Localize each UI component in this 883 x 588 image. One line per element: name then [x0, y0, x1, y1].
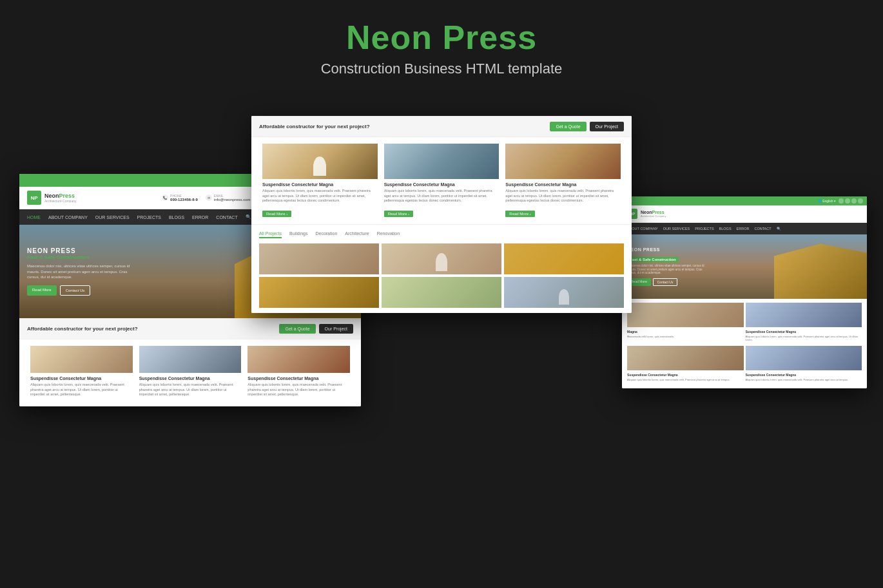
- hero-description: Maecenas dolor nisi, ultrices vitae ultr…: [27, 263, 130, 280]
- hero-contact-button[interactable]: Contact Us: [60, 285, 91, 296]
- right-card-image-4[interactable]: [746, 346, 862, 370]
- screenshots-area: Affordable constructor for your next pro…: [0, 97, 883, 586]
- nav-blogs[interactable]: BLOGS: [169, 215, 184, 220]
- hero-buttons: Read More Contact Us: [27, 285, 130, 296]
- project-thumb-4[interactable]: [259, 277, 379, 308]
- right-card-item-3: Suspendisse Consectetur Magna Aliquam qu…: [627, 346, 744, 384]
- right-cards-section: Magna Maecenada velit lorem, quis maecen…: [622, 299, 867, 388]
- site-logo: NP NeonPress Architecture Company: [27, 191, 76, 205]
- left-service-text-3: Aliquam quis lobortis lorem, quis maecen…: [247, 383, 350, 397]
- right-social-gp[interactable]: [851, 198, 857, 204]
- left-service-text-2: Aliquam quis lobortis lorem, quis maecen…: [139, 383, 242, 397]
- nav-contact[interactable]: CONTACT: [216, 215, 237, 220]
- left-service-1: Suspendisse Consectetur Magna Aliquam qu…: [27, 346, 136, 400]
- nav-services[interactable]: OUR SERVICES: [95, 215, 130, 220]
- our-project-button[interactable]: Our Project: [590, 122, 624, 131]
- right-card-image-1[interactable]: [627, 303, 744, 327]
- left-cta-text: Affordable constructor for your next pro…: [27, 326, 138, 332]
- hero-readmore-button[interactable]: Read More: [27, 285, 57, 296]
- right-hero-content: NEON PRESS Fast & Safe Construction Maec…: [627, 247, 711, 287]
- right-topbar: 🌐 English ▾: [622, 196, 867, 205]
- service-card-1: Suspendisse Consectetur Magna Aliquam qu…: [259, 144, 381, 218]
- cta-bar-center: Affordable constructor for your next pro…: [251, 116, 632, 137]
- right-logo-text: NeonPress Architecture Company: [641, 210, 666, 218]
- right-card-image-3[interactable]: [627, 346, 744, 370]
- right-card-text-1: Maecenada velit lorem, quis maecenada.: [627, 335, 744, 338]
- right-nav-blogs[interactable]: BLOGS: [719, 227, 732, 231]
- right-hero-title: NEON PRESS: [627, 247, 711, 252]
- project-thumb-1[interactable]: [259, 243, 379, 274]
- left-service-title-2: Suspendisse Consectetur Magna: [139, 376, 242, 381]
- project-thumb-2[interactable]: [382, 243, 501, 274]
- nav-about[interactable]: ABOUT COMPANY: [48, 215, 88, 220]
- phone-info: 📞 PHONE 000-123456-8-9: [162, 194, 198, 202]
- right-nav-contact[interactable]: CONTACT: [754, 227, 771, 231]
- project-thumb-3[interactable]: [504, 243, 624, 274]
- right-nav-error[interactable]: ERROR: [737, 227, 750, 231]
- filter-buildings[interactable]: Buildings: [289, 231, 307, 238]
- left-service-title-3: Suspendisse Consectetur Magna: [247, 376, 350, 381]
- left-service-title-1: Suspendisse Consectetur Magna: [30, 376, 133, 381]
- right-card-text-2: Aliquam quis lobortis lorem, quis maecen…: [746, 335, 862, 341]
- cta-text: Affordable constructor for your next pro…: [259, 124, 370, 129]
- left-project-button[interactable]: Our Project: [319, 324, 353, 334]
- nav-error[interactable]: ERROR: [192, 215, 208, 220]
- right-site-header: NP NeonPress Architecture Company: [622, 205, 867, 223]
- logo-box: NP: [27, 191, 41, 205]
- right-hero-desc: Maecenas dolor nisi, ultrices vitae ultr…: [627, 264, 711, 276]
- right-nav: ABOUT COMPANY OUR SERVICES PROJECTS BLOG…: [622, 223, 867, 234]
- right-social-tw[interactable]: [845, 198, 850, 204]
- right-hero: NEON PRESS Fast & Safe Construction Maec…: [622, 234, 867, 299]
- right-card-title-3: Suspendisse Consectetur Magna: [627, 373, 744, 377]
- cta-buttons: Get a Quote Our Project: [550, 122, 624, 131]
- hero-tagline: Fast & Safe Construction: [27, 254, 130, 260]
- right-contact-button[interactable]: Contact Us: [653, 278, 678, 286]
- left-quote-button[interactable]: Get a Quote: [279, 324, 315, 334]
- screenshot-center: Affordable constructor for your next pro…: [251, 116, 632, 313]
- right-card-info-3: Suspendisse Consectetur Magna Aliquam qu…: [627, 370, 744, 384]
- header-section: Neon Press Construction Business HTML te…: [0, 0, 883, 90]
- service-title-2: Suspendisse Consectetur Magna: [384, 182, 500, 187]
- project-thumb-5[interactable]: [382, 277, 501, 308]
- services-section: Suspendisse Consectetur Magna Aliquam qu…: [251, 137, 632, 224]
- hero-content: NEON PRESS Fast & Safe Construction Maec…: [27, 247, 130, 295]
- projects-filter: All Projects Buildings Decoration Archit…: [251, 224, 632, 243]
- service-readmore-3[interactable]: Read More ›: [505, 211, 534, 217]
- page-title: Neon Press: [0, 18, 883, 57]
- right-social-li[interactable]: [858, 198, 863, 204]
- filter-renovation[interactable]: Renovation: [377, 231, 400, 238]
- right-language: 🌐 English ▾: [818, 199, 836, 203]
- right-social-fb[interactable]: [839, 198, 844, 204]
- left-service-img-3: [247, 346, 350, 373]
- service-card-2: Suspendisse Consectetur Magna Aliquam qu…: [381, 144, 503, 218]
- nav-projects[interactable]: PROJECTS: [137, 215, 161, 220]
- left-service-img-2: [139, 346, 242, 373]
- service-readmore-1[interactable]: Read More ›: [262, 211, 291, 217]
- logo-text: NeonPress Architecture Company: [44, 193, 76, 203]
- filter-all[interactable]: All Projects: [259, 231, 282, 238]
- right-nav-about[interactable]: ABOUT COMPANY: [627, 227, 658, 231]
- right-nav-projects[interactable]: PROJECTS: [695, 227, 713, 231]
- right-card-text-4: Aliquam quis lobortis lorem, quis maecen…: [746, 378, 862, 381]
- right-card-item-4: Suspendisse Consectetur Magna Aliquam qu…: [746, 346, 862, 384]
- right-card-text-3: Aliquam quis lobortis lorem, quis maecen…: [627, 378, 744, 381]
- filter-decoration[interactable]: Decoration: [315, 231, 337, 238]
- email-icon: ✉: [206, 194, 212, 201]
- nav-search[interactable]: 🔍: [246, 214, 251, 220]
- left-service-img-1: [30, 346, 133, 373]
- right-card-title-4: Suspendisse Consectetur Magna: [746, 373, 862, 377]
- project-thumb-6[interactable]: [504, 277, 624, 308]
- right-card-image-2[interactable]: [746, 303, 862, 327]
- service-text-2: Aliquam quis lobortis lorem, quis maecen…: [384, 189, 500, 204]
- right-nav-services[interactable]: OUR SERVICES: [663, 227, 690, 231]
- service-text-3: Aliquam quis lobortis lorem, quis maecen…: [505, 189, 621, 204]
- nav-home[interactable]: HOME: [27, 215, 41, 220]
- filter-architecture[interactable]: Architecture: [345, 231, 369, 238]
- phone-icon: 📞: [162, 194, 168, 201]
- get-quote-button[interactable]: Get a Quote: [550, 122, 586, 131]
- service-card-3: Suspendisse Consectetur Magna Aliquam qu…: [502, 144, 624, 218]
- right-nav-search[interactable]: 🔍: [777, 227, 781, 231]
- right-card-info-4: Suspendisse Consectetur Magna Aliquam qu…: [746, 370, 862, 384]
- left-service-2: Suspendisse Consectetur Magna Aliquam qu…: [136, 346, 245, 400]
- service-readmore-2[interactable]: Read More ›: [384, 211, 413, 217]
